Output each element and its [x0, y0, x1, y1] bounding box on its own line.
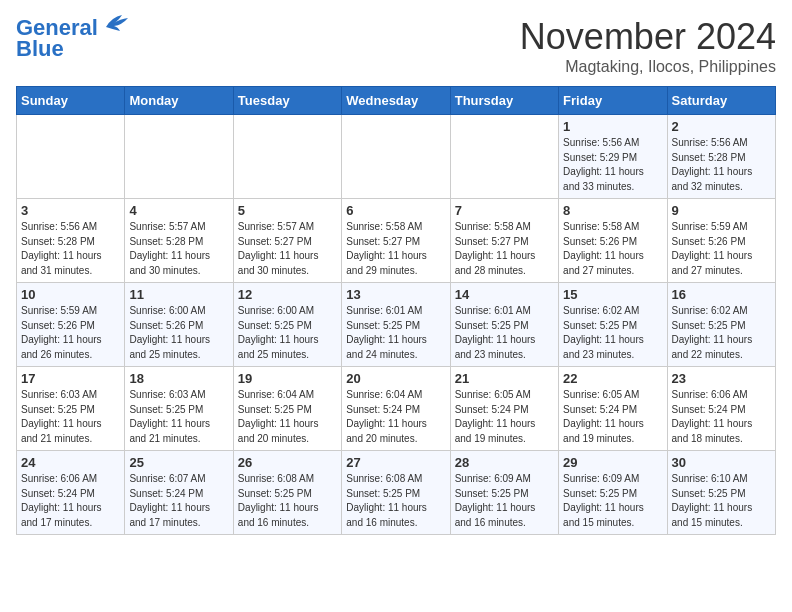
- calendar-day-cell: 23Sunrise: 6:06 AM Sunset: 5:24 PM Dayli…: [667, 367, 775, 451]
- day-info: Sunrise: 6:01 AM Sunset: 5:25 PM Dayligh…: [455, 304, 554, 362]
- calendar-day-cell: 9Sunrise: 5:59 AM Sunset: 5:26 PM Daylig…: [667, 199, 775, 283]
- day-number: 22: [563, 371, 662, 386]
- day-number: 20: [346, 371, 445, 386]
- day-number: 14: [455, 287, 554, 302]
- calendar-day-cell: 15Sunrise: 6:02 AM Sunset: 5:25 PM Dayli…: [559, 283, 667, 367]
- day-number: 12: [238, 287, 337, 302]
- day-number: 10: [21, 287, 120, 302]
- day-info: Sunrise: 5:56 AM Sunset: 5:29 PM Dayligh…: [563, 136, 662, 194]
- day-number: 24: [21, 455, 120, 470]
- day-info: Sunrise: 6:00 AM Sunset: 5:25 PM Dayligh…: [238, 304, 337, 362]
- day-info: Sunrise: 6:04 AM Sunset: 5:25 PM Dayligh…: [238, 388, 337, 446]
- day-number: 18: [129, 371, 228, 386]
- weekday-header-sunday: Sunday: [17, 87, 125, 115]
- day-number: 2: [672, 119, 771, 134]
- day-number: 27: [346, 455, 445, 470]
- day-info: Sunrise: 6:02 AM Sunset: 5:25 PM Dayligh…: [672, 304, 771, 362]
- day-info: Sunrise: 6:08 AM Sunset: 5:25 PM Dayligh…: [346, 472, 445, 530]
- day-number: 25: [129, 455, 228, 470]
- month-title: November 2024: [520, 16, 776, 58]
- empty-cell: [125, 115, 233, 199]
- calendar-week-row: 3Sunrise: 5:56 AM Sunset: 5:28 PM Daylig…: [17, 199, 776, 283]
- day-info: Sunrise: 6:07 AM Sunset: 5:24 PM Dayligh…: [129, 472, 228, 530]
- day-number: 3: [21, 203, 120, 218]
- day-info: Sunrise: 5:59 AM Sunset: 5:26 PM Dayligh…: [672, 220, 771, 278]
- day-number: 15: [563, 287, 662, 302]
- calendar-week-row: 1Sunrise: 5:56 AM Sunset: 5:29 PM Daylig…: [17, 115, 776, 199]
- calendar-day-cell: 3Sunrise: 5:56 AM Sunset: 5:28 PM Daylig…: [17, 199, 125, 283]
- calendar-day-cell: 20Sunrise: 6:04 AM Sunset: 5:24 PM Dayli…: [342, 367, 450, 451]
- weekday-header-wednesday: Wednesday: [342, 87, 450, 115]
- day-number: 9: [672, 203, 771, 218]
- calendar-day-cell: 30Sunrise: 6:10 AM Sunset: 5:25 PM Dayli…: [667, 451, 775, 535]
- logo: General Blue: [16, 16, 132, 62]
- location-subtitle: Magtaking, Ilocos, Philippines: [520, 58, 776, 76]
- day-number: 7: [455, 203, 554, 218]
- day-info: Sunrise: 6:06 AM Sunset: 5:24 PM Dayligh…: [672, 388, 771, 446]
- calendar-day-cell: 29Sunrise: 6:09 AM Sunset: 5:25 PM Dayli…: [559, 451, 667, 535]
- calendar-day-cell: 1Sunrise: 5:56 AM Sunset: 5:29 PM Daylig…: [559, 115, 667, 199]
- day-info: Sunrise: 6:08 AM Sunset: 5:25 PM Dayligh…: [238, 472, 337, 530]
- day-number: 19: [238, 371, 337, 386]
- day-number: 4: [129, 203, 228, 218]
- day-info: Sunrise: 5:58 AM Sunset: 5:27 PM Dayligh…: [455, 220, 554, 278]
- calendar-week-row: 24Sunrise: 6:06 AM Sunset: 5:24 PM Dayli…: [17, 451, 776, 535]
- calendar-day-cell: 21Sunrise: 6:05 AM Sunset: 5:24 PM Dayli…: [450, 367, 558, 451]
- weekday-header-tuesday: Tuesday: [233, 87, 341, 115]
- day-number: 16: [672, 287, 771, 302]
- day-number: 29: [563, 455, 662, 470]
- day-number: 1: [563, 119, 662, 134]
- empty-cell: [233, 115, 341, 199]
- weekday-header-thursday: Thursday: [450, 87, 558, 115]
- calendar-day-cell: 12Sunrise: 6:00 AM Sunset: 5:25 PM Dayli…: [233, 283, 341, 367]
- calendar-day-cell: 7Sunrise: 5:58 AM Sunset: 5:27 PM Daylig…: [450, 199, 558, 283]
- calendar-day-cell: 18Sunrise: 6:03 AM Sunset: 5:25 PM Dayli…: [125, 367, 233, 451]
- calendar-week-row: 17Sunrise: 6:03 AM Sunset: 5:25 PM Dayli…: [17, 367, 776, 451]
- day-number: 6: [346, 203, 445, 218]
- day-number: 30: [672, 455, 771, 470]
- day-number: 8: [563, 203, 662, 218]
- day-info: Sunrise: 6:03 AM Sunset: 5:25 PM Dayligh…: [21, 388, 120, 446]
- calendar-day-cell: 4Sunrise: 5:57 AM Sunset: 5:28 PM Daylig…: [125, 199, 233, 283]
- calendar-day-cell: 5Sunrise: 5:57 AM Sunset: 5:27 PM Daylig…: [233, 199, 341, 283]
- day-info: Sunrise: 6:02 AM Sunset: 5:25 PM Dayligh…: [563, 304, 662, 362]
- calendar-day-cell: 11Sunrise: 6:00 AM Sunset: 5:26 PM Dayli…: [125, 283, 233, 367]
- calendar-day-cell: 22Sunrise: 6:05 AM Sunset: 5:24 PM Dayli…: [559, 367, 667, 451]
- calendar-day-cell: 16Sunrise: 6:02 AM Sunset: 5:25 PM Dayli…: [667, 283, 775, 367]
- calendar-day-cell: 27Sunrise: 6:08 AM Sunset: 5:25 PM Dayli…: [342, 451, 450, 535]
- day-info: Sunrise: 5:57 AM Sunset: 5:28 PM Dayligh…: [129, 220, 228, 278]
- calendar-day-cell: 17Sunrise: 6:03 AM Sunset: 5:25 PM Dayli…: [17, 367, 125, 451]
- day-number: 21: [455, 371, 554, 386]
- day-number: 17: [21, 371, 120, 386]
- day-number: 5: [238, 203, 337, 218]
- day-info: Sunrise: 6:06 AM Sunset: 5:24 PM Dayligh…: [21, 472, 120, 530]
- logo-bird-icon: [100, 13, 132, 35]
- calendar-day-cell: 14Sunrise: 6:01 AM Sunset: 5:25 PM Dayli…: [450, 283, 558, 367]
- calendar-week-row: 10Sunrise: 5:59 AM Sunset: 5:26 PM Dayli…: [17, 283, 776, 367]
- calendar-day-cell: 8Sunrise: 5:58 AM Sunset: 5:26 PM Daylig…: [559, 199, 667, 283]
- day-number: 28: [455, 455, 554, 470]
- day-info: Sunrise: 5:58 AM Sunset: 5:26 PM Dayligh…: [563, 220, 662, 278]
- day-info: Sunrise: 6:00 AM Sunset: 5:26 PM Dayligh…: [129, 304, 228, 362]
- day-info: Sunrise: 5:57 AM Sunset: 5:27 PM Dayligh…: [238, 220, 337, 278]
- calendar-day-cell: 28Sunrise: 6:09 AM Sunset: 5:25 PM Dayli…: [450, 451, 558, 535]
- weekday-header-row: SundayMondayTuesdayWednesdayThursdayFrid…: [17, 87, 776, 115]
- calendar-day-cell: 19Sunrise: 6:04 AM Sunset: 5:25 PM Dayli…: [233, 367, 341, 451]
- day-info: Sunrise: 5:56 AM Sunset: 5:28 PM Dayligh…: [21, 220, 120, 278]
- calendar-table: SundayMondayTuesdayWednesdayThursdayFrid…: [16, 86, 776, 535]
- calendar-day-cell: 2Sunrise: 5:56 AM Sunset: 5:28 PM Daylig…: [667, 115, 775, 199]
- day-info: Sunrise: 5:56 AM Sunset: 5:28 PM Dayligh…: [672, 136, 771, 194]
- day-info: Sunrise: 6:04 AM Sunset: 5:24 PM Dayligh…: [346, 388, 445, 446]
- day-number: 26: [238, 455, 337, 470]
- day-info: Sunrise: 6:09 AM Sunset: 5:25 PM Dayligh…: [563, 472, 662, 530]
- day-number: 11: [129, 287, 228, 302]
- day-number: 23: [672, 371, 771, 386]
- title-block: November 2024 Magtaking, Ilocos, Philipp…: [520, 16, 776, 76]
- empty-cell: [450, 115, 558, 199]
- day-info: Sunrise: 6:10 AM Sunset: 5:25 PM Dayligh…: [672, 472, 771, 530]
- calendar-day-cell: 25Sunrise: 6:07 AM Sunset: 5:24 PM Dayli…: [125, 451, 233, 535]
- weekday-header-friday: Friday: [559, 87, 667, 115]
- logo-blue: Blue: [16, 36, 64, 62]
- day-info: Sunrise: 5:59 AM Sunset: 5:26 PM Dayligh…: [21, 304, 120, 362]
- day-info: Sunrise: 6:05 AM Sunset: 5:24 PM Dayligh…: [455, 388, 554, 446]
